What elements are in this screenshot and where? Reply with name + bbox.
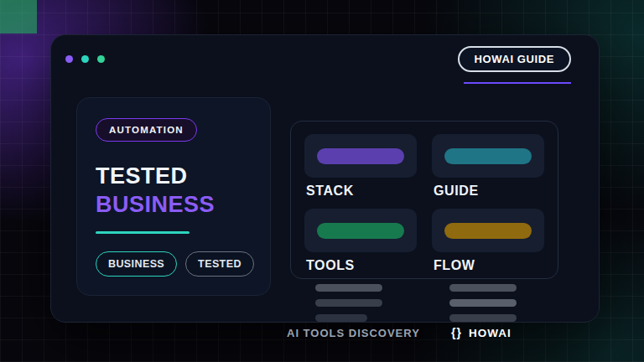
howai-guide-button[interactable]: HOWAI GUIDE: [458, 46, 571, 72]
guide-color-pill: [444, 148, 532, 164]
skeleton-bar: [315, 284, 382, 292]
skeleton-bar: [449, 314, 517, 322]
hero-card: AUTOMATION TESTED BUSINESS BUSINESS TEST…: [76, 97, 271, 296]
guide-button-underline: [464, 82, 571, 84]
features-panel: STACK GUIDE TOOLS FLOW: [290, 121, 558, 279]
tools-color-pill: [317, 223, 404, 239]
feature-label-guide: GUIDE: [434, 184, 544, 199]
feature-label-tools: TOOLS: [306, 258, 417, 273]
skeleton-bar: [449, 299, 517, 307]
stack-color-pill: [317, 148, 404, 164]
traffic-dot-teal[interactable]: [81, 55, 89, 63]
app-window: HOWAI GUIDE AUTOMATION TESTED BUSINESS B…: [50, 34, 600, 323]
automation-badge: AUTOMATION: [96, 118, 197, 142]
corner-accent-square: [0, 0, 37, 34]
hero-title-line2: BUSINESS: [96, 190, 252, 219]
feature-stack: STACK: [304, 134, 417, 205]
feature-card-flow[interactable]: [432, 209, 544, 252]
tag-tested[interactable]: TESTED: [185, 251, 254, 277]
flow-color-pill: [444, 223, 532, 239]
hero-tag-row: BUSINESS TESTED: [96, 251, 252, 277]
skeleton-bar: [315, 299, 382, 307]
feature-card-guide[interactable]: [432, 134, 544, 178]
traffic-dot-green[interactable]: [97, 55, 105, 63]
feature-label-stack: STACK: [306, 184, 417, 199]
feature-card-stack[interactable]: [304, 134, 417, 178]
tag-business[interactable]: BUSINESS: [96, 251, 177, 277]
feature-guide: GUIDE: [432, 134, 544, 205]
hero-accent-divider: [96, 231, 190, 234]
skeleton-bar: [449, 284, 517, 292]
footer-tagline: AI TOOLS DISCOVERY: [287, 327, 420, 339]
traffic-dot-purple[interactable]: [65, 55, 73, 63]
footer-brand: {} HOWAI: [451, 326, 512, 339]
feature-card-tools[interactable]: [304, 209, 417, 252]
code-braces-icon: {}: [451, 326, 462, 339]
hero-title-line1: TESTED: [96, 162, 252, 190]
skeleton-bar: [315, 314, 367, 322]
feature-flow: FLOW: [432, 209, 544, 280]
footer-brand-name: HOWAI: [469, 327, 512, 339]
feature-tools: TOOLS: [304, 209, 417, 280]
hero-title: TESTED BUSINESS: [96, 162, 252, 219]
feature-label-flow: FLOW: [434, 258, 544, 273]
